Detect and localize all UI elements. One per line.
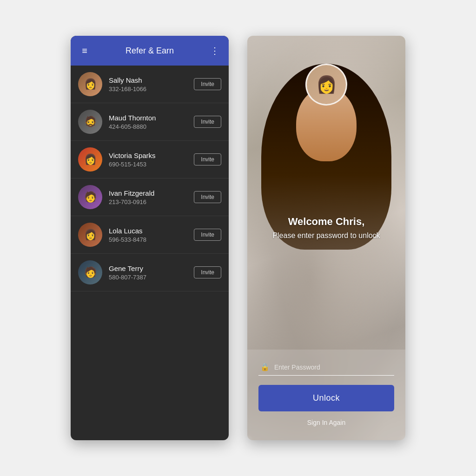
contact-name: Sally Nash	[109, 76, 187, 84]
contact-avatar: 👩	[78, 147, 102, 172]
invite-button[interactable]: Invite	[194, 266, 221, 278]
contact-phone: 690-515-1453	[109, 161, 187, 168]
invite-button[interactable]: Invite	[194, 191, 221, 203]
screen-container: ≡ Refer & Earn ⋮ 👩 Sally Nash 332-168-10…	[0, 0, 476, 476]
contact-avatar: 🧔	[78, 110, 102, 134]
contact-avatar: 👩	[78, 223, 102, 247]
welcome-area: Welcome Chris, Please enter password to …	[263, 106, 389, 350]
contact-phone: 580-807-7387	[109, 274, 187, 281]
contact-info: Maud Thornton 424-605-8880	[109, 114, 187, 130]
contact-item: 🧔 Maud Thornton 424-605-8880 Invite	[71, 103, 229, 141]
contact-item: 🧑 Ivan Fitzgerald 213-703-0916 Invite	[71, 178, 229, 216]
contact-phone: 332-168-1066	[109, 86, 187, 93]
contact-info: Ivan Fitzgerald 213-703-0916	[109, 189, 187, 205]
contact-item: 🧑 Gene Terry 580-807-7387 Invite	[71, 254, 229, 291]
welcome-subtext: Please enter password to unlock	[272, 231, 380, 240]
contact-name: Maud Thornton	[109, 114, 187, 122]
left-panel: ≡ Refer & Earn ⋮ 👩 Sally Nash 332-168-10…	[71, 36, 229, 440]
welcome-text: Welcome Chris,	[288, 216, 365, 228]
contact-list: 👩 Sally Nash 332-168-1066 Invite 🧔 Maud …	[71, 66, 229, 440]
lock-icon: 🔒	[260, 363, 270, 371]
contact-item: 👩 Sally Nash 332-168-1066 Invite	[71, 66, 229, 103]
contact-name: Ivan Fitzgerald	[109, 189, 187, 197]
contact-info: Sally Nash 332-168-1066	[109, 76, 187, 93]
invite-button[interactable]: Invite	[194, 229, 221, 241]
lock-content: 👩 Welcome Chris, Please enter password t…	[247, 36, 405, 440]
more-options-icon[interactable]: ⋮	[208, 45, 221, 56]
right-panel: 👩 Welcome Chris, Please enter password t…	[247, 36, 405, 440]
contact-item: 👩 Victoria Sparks 690-515-1453 Invite	[71, 141, 229, 178]
contact-avatar: 👩	[78, 72, 102, 96]
contact-phone: 596-533-8478	[109, 236, 187, 243]
contact-info: Lola Lucas 596-533-8478	[109, 227, 187, 243]
contact-item: 👩 Lola Lucas 596-533-8478 Invite	[71, 216, 229, 254]
lock-bottom: 🔒 Unlock Sign In Again	[247, 350, 405, 440]
invite-button[interactable]: Invite	[194, 78, 221, 90]
contact-avatar: 🧑	[78, 185, 102, 209]
unlock-button[interactable]: Unlock	[258, 385, 394, 411]
user-avatar: 👩	[305, 64, 347, 106]
invite-button[interactable]: Invite	[194, 116, 221, 128]
contact-phone: 213-703-0916	[109, 198, 187, 205]
header-title: Refer & Earn	[91, 46, 208, 56]
contact-avatar: 🧑	[78, 260, 102, 284]
invite-button[interactable]: Invite	[194, 153, 221, 165]
password-field-wrapper: 🔒	[258, 359, 394, 376]
sign-in-again-link[interactable]: Sign In Again	[258, 419, 394, 426]
contact-name: Gene Terry	[109, 264, 187, 272]
hamburger-icon[interactable]: ≡	[78, 46, 91, 56]
contact-name: Victoria Sparks	[109, 152, 187, 159]
contact-name: Lola Lucas	[109, 227, 187, 235]
refer-earn-header: ≡ Refer & Earn ⋮	[71, 36, 229, 66]
contact-info: Gene Terry 580-807-7387	[109, 264, 187, 281]
password-input[interactable]	[274, 364, 392, 371]
contact-info: Victoria Sparks 690-515-1453	[109, 152, 187, 168]
contact-phone: 424-605-8880	[109, 123, 187, 130]
